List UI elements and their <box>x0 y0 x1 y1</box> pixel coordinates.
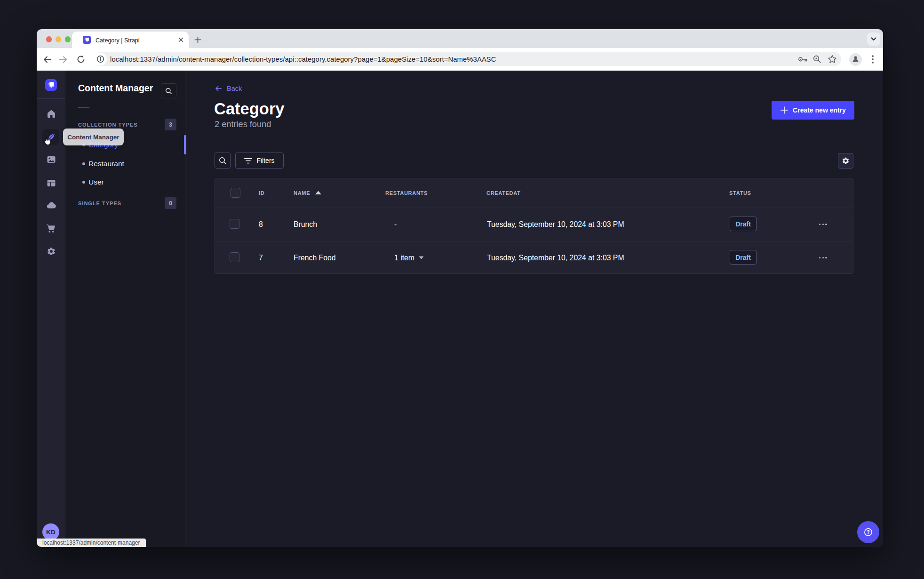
svg-text:?: ? <box>867 529 869 535</box>
